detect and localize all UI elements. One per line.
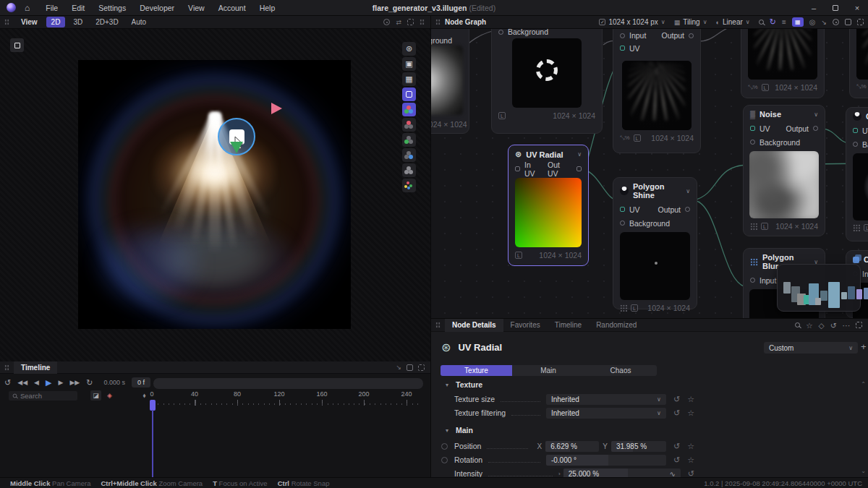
playhead-handle[interactable] bbox=[150, 400, 156, 411]
grid-icon[interactable] bbox=[853, 224, 860, 231]
pin-icon[interactable] bbox=[383, 19, 390, 25]
node-polygon-shine[interactable]: Polygon Shine ∨ UV Output Background L bbox=[613, 177, 697, 309]
grid-icon[interactable] bbox=[750, 223, 757, 230]
reset-icon[interactable]: ↺ bbox=[673, 455, 680, 465]
mode-3d-button[interactable]: 3D bbox=[68, 17, 88, 27]
node-background[interactable]: Background L 1024 × 1024 bbox=[491, 29, 603, 134]
channel-rgb-button[interactable] bbox=[402, 103, 416, 116]
channel-blue-button[interactable] bbox=[402, 148, 416, 162]
lock-size-icon[interactable]: L bbox=[498, 112, 506, 119]
add-preset-button[interactable]: + bbox=[861, 341, 867, 352]
scale-gizmo-arrow[interactable] bbox=[230, 142, 243, 153]
blob-view-icon[interactable]: ◎ bbox=[809, 18, 816, 26]
channel-alpha-button[interactable] bbox=[402, 163, 416, 177]
swap-icon[interactable]: ⇄ bbox=[396, 19, 401, 26]
node-noise[interactable]: ▒ Noise ∨ UV Output Background bbox=[743, 105, 825, 236]
play-button[interactable]: ▶ bbox=[46, 378, 51, 388]
menu-account[interactable]: Account bbox=[218, 4, 246, 12]
frame-display[interactable]: 0 f bbox=[132, 377, 150, 388]
lock-size-icon[interactable]: L bbox=[761, 223, 768, 230]
mode-2d3d-button[interactable]: 2D+3D bbox=[90, 17, 123, 27]
mode-auto-button[interactable]: Auto bbox=[127, 17, 152, 27]
position-x-input[interactable]: 6.629 % bbox=[545, 441, 599, 452]
viewport-2d[interactable]: ⊛ ▣ ▦ bbox=[0, 29, 430, 361]
step-forward-icon[interactable]: ▶ bbox=[58, 379, 63, 386]
panel-options-icon[interactable] bbox=[420, 19, 425, 25]
reset-icon[interactable]: ↺ bbox=[673, 395, 680, 404]
search-icon[interactable] bbox=[795, 322, 800, 328]
node-clipped-far-top[interactable]: ⤡% L bbox=[849, 29, 868, 98]
node-composite-top[interactable]: ••• Input Output UV ⤡% L 1024 × 1024 bbox=[613, 29, 701, 153]
star-icon[interactable]: ☆ bbox=[687, 442, 694, 451]
port-output[interactable] bbox=[689, 33, 694, 38]
step-back-icon[interactable]: ◀ bbox=[34, 379, 39, 386]
expand-param-icon[interactable]: › bbox=[558, 471, 561, 477]
fit-icon[interactable] bbox=[407, 364, 413, 371]
reset-icon[interactable]: ↺ bbox=[673, 442, 680, 451]
port-input[interactable] bbox=[620, 33, 625, 38]
grid-icon[interactable] bbox=[620, 304, 627, 312]
port-background[interactable] bbox=[750, 140, 755, 145]
fit-frame-icon[interactable] bbox=[407, 19, 414, 25]
collapse-icon[interactable]: ↘ bbox=[396, 364, 401, 371]
node-partial-left[interactable]: Background 1024 × 1024 bbox=[431, 29, 469, 134]
reset-playhead-icon[interactable]: ↺ bbox=[4, 378, 11, 388]
drag-handle-icon[interactable] bbox=[435, 19, 441, 25]
ruler-minor-ticks[interactable] bbox=[153, 403, 419, 405]
resolution-dropdown[interactable]: ✓ 1024 x 1024 px∨ bbox=[599, 18, 665, 26]
menu-settings[interactable]: Settings bbox=[98, 4, 126, 12]
tab-timeline[interactable]: Timeline bbox=[14, 361, 57, 374]
timeline-range-bar[interactable] bbox=[153, 378, 423, 389]
search-icon[interactable] bbox=[759, 20, 764, 25]
port-uv[interactable] bbox=[620, 46, 625, 51]
section-texture[interactable]: ▾Texture bbox=[446, 380, 482, 389]
keyframe-nav-icon[interactable]: ⬧ bbox=[139, 390, 150, 401]
scroll-up-icon[interactable]: ⌃ bbox=[861, 381, 866, 388]
port-output[interactable] bbox=[685, 207, 690, 212]
view-burst-button[interactable]: ⊛ bbox=[402, 42, 416, 56]
star-icon[interactable]: ☆ bbox=[687, 395, 694, 404]
expand-icon[interactable] bbox=[418, 364, 425, 371]
drag-handle-icon[interactable] bbox=[4, 19, 9, 25]
menu-view[interactable]: View bbox=[188, 4, 205, 12]
menu-help[interactable]: Help bbox=[260, 4, 276, 12]
history-icon[interactable]: ↺ bbox=[830, 321, 837, 330]
menu-developer[interactable]: Developer bbox=[140, 4, 174, 12]
star-icon[interactable]: ☆ bbox=[687, 408, 694, 418]
port-background[interactable] bbox=[498, 30, 503, 35]
drag-handle-icon[interactable] bbox=[4, 364, 9, 371]
lock-size-icon[interactable]: L bbox=[864, 224, 868, 231]
lock-size-icon[interactable]: L bbox=[515, 252, 522, 259]
gizmo-toggle-button[interactable] bbox=[10, 38, 24, 52]
lock-size-icon[interactable]: L bbox=[634, 134, 641, 142]
chevron-down-icon[interactable]: ∨ bbox=[686, 188, 690, 194]
menu-edit[interactable]: Edit bbox=[72, 4, 85, 12]
subtab-chaos[interactable]: Chaos bbox=[584, 365, 657, 376]
more-options-icon[interactable]: ⋯ bbox=[843, 321, 851, 330]
home-icon[interactable]: ⌂ bbox=[25, 3, 30, 13]
interpolation-dropdown[interactable]: ◐ Linear∨ bbox=[716, 18, 750, 26]
port-uv[interactable] bbox=[620, 207, 625, 212]
intensity-input[interactable]: 25.000 % ∿ bbox=[563, 468, 681, 478]
preset-dropdown[interactable]: Custom ∨ bbox=[764, 342, 858, 354]
close-button[interactable]: × bbox=[846, 0, 868, 16]
port-background[interactable] bbox=[853, 142, 858, 147]
keyframe-radio[interactable] bbox=[441, 443, 448, 450]
view-frame-button[interactable]: ▣ bbox=[402, 57, 416, 71]
node-clipped-right-upper[interactable]: C UV Background L bbox=[846, 107, 868, 241]
port-background[interactable] bbox=[620, 221, 625, 226]
node-uv-radial[interactable]: ⊛ UV Radial ∨ In UV Out UV L 1024 × 1024 bbox=[508, 145, 589, 266]
tab-favorites[interactable]: Favorites bbox=[503, 319, 548, 332]
star-icon[interactable]: ☆ bbox=[806, 321, 812, 330]
focus-selected-icon[interactable] bbox=[833, 19, 839, 25]
port-output[interactable] bbox=[813, 126, 818, 131]
lock-size-icon[interactable]: L bbox=[762, 84, 769, 91]
thumbnails-toggle-icon[interactable]: ▦ bbox=[792, 17, 804, 27]
node-graph-minimap-overlay[interactable] bbox=[777, 264, 861, 312]
port-in-uv[interactable] bbox=[515, 166, 520, 171]
record-keyframe-icon[interactable]: ◈ bbox=[104, 390, 115, 401]
view-uv-button[interactable] bbox=[402, 87, 416, 101]
port-uv[interactable] bbox=[750, 126, 755, 131]
fullscreen-icon[interactable] bbox=[857, 19, 864, 25]
fit-view-icon[interactable] bbox=[845, 19, 851, 25]
